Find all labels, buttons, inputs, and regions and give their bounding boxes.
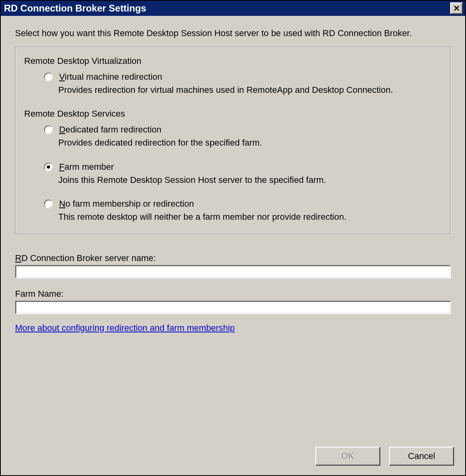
radio-icon <box>44 125 53 134</box>
option-desc-farm-member: Joins this Remote Desktop Session Host s… <box>58 175 442 186</box>
broker-server-name-input[interactable] <box>15 265 451 278</box>
section-services-heading: Remote Desktop Services <box>24 109 442 119</box>
option-desc-virtual-machine: Provides redirection for virtual machine… <box>58 84 442 96</box>
dialog-window: RD Connection Broker Settings ✕ Select h… <box>0 0 466 476</box>
cancel-button[interactable]: Cancel <box>389 447 454 466</box>
farm-name-label: Farm Name: <box>15 289 451 299</box>
option-desc-dedicated-farm: Provides dedicated redirection for the s… <box>58 137 442 148</box>
option-desc-no-farm: This remote desktop will neither be a fa… <box>58 211 442 223</box>
radio-icon <box>44 163 53 171</box>
ok-button[interactable]: OK <box>315 447 380 466</box>
options-groupbox: Remote Desktop Virtualization Virtual ma… <box>15 47 451 235</box>
section-virtualization-heading: Remote Desktop Virtualization <box>24 56 442 66</box>
dialog-content: Select how you want this Remote Desktop … <box>1 16 465 440</box>
radio-label: Farm member <box>59 162 114 172</box>
radio-farm-member[interactable]: Farm member <box>44 162 442 172</box>
close-button[interactable]: ✕ <box>450 2 463 14</box>
help-link[interactable]: More about configuring redirection and f… <box>15 323 451 333</box>
farm-name-input[interactable] <box>15 301 451 314</box>
intro-text: Select how you want this Remote Desktop … <box>15 28 451 39</box>
radio-label: Dedicated farm redirection <box>59 125 161 135</box>
radio-icon <box>44 73 53 81</box>
radio-label: Virtual machine redirection <box>59 72 162 82</box>
radio-virtual-machine-redirection[interactable]: Virtual machine redirection <box>44 72 442 82</box>
radio-no-farm-membership[interactable]: No farm membership or redirection <box>44 199 442 209</box>
radio-label: No farm membership or redirection <box>59 199 194 209</box>
button-row: OK Cancel <box>1 440 465 475</box>
broker-server-name-label: RD Connection Broker server name: <box>15 253 451 263</box>
close-icon: ✕ <box>453 4 460 12</box>
window-title: RD Connection Broker Settings <box>3 3 146 14</box>
radio-icon <box>44 200 53 208</box>
titlebar: RD Connection Broker Settings ✕ <box>1 1 465 16</box>
radio-dedicated-farm-redirection[interactable]: Dedicated farm redirection <box>44 125 442 135</box>
